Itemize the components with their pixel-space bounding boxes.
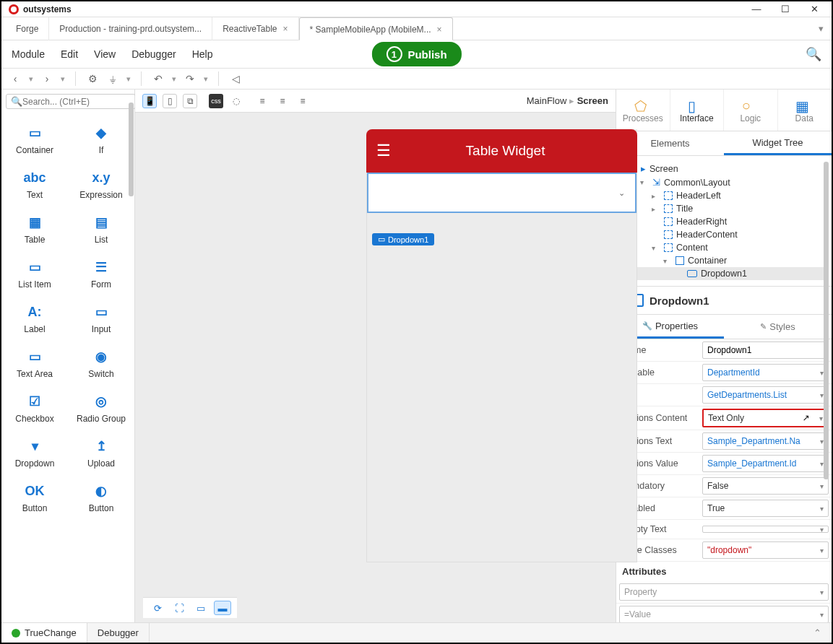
prop-select[interactable]: GetDepartments.List bbox=[702, 386, 829, 404]
maximize-button[interactable]: ☐ bbox=[771, 1, 800, 17]
toolbox-list-item[interactable]: ▭List Item bbox=[1, 252, 68, 297]
close-icon[interactable]: × bbox=[437, 25, 442, 35]
prop-select[interactable]: True bbox=[702, 500, 829, 517]
prop-select[interactable]: Text Only↖ bbox=[702, 409, 829, 427]
prop-select[interactable] bbox=[702, 526, 829, 533]
view-mode-1[interactable]: ⟳ bbox=[149, 601, 166, 615]
device-tablet-button[interactable]: ▯ bbox=[163, 94, 177, 108]
menu-debugger[interactable]: Debugger bbox=[131, 48, 176, 60]
close-icon[interactable]: × bbox=[283, 24, 288, 34]
publish-button[interactable]: 1 Publish bbox=[371, 42, 461, 66]
toolbox-label[interactable]: A:Label bbox=[1, 297, 68, 341]
toolbox-switch[interactable]: ◉Switch bbox=[68, 341, 134, 386]
wrench-icon: 🔧 bbox=[642, 321, 652, 331]
toolbox-form[interactable]: ☰Form bbox=[68, 252, 134, 297]
menu-help[interactable]: Help bbox=[192, 48, 213, 60]
menu-view[interactable]: View bbox=[94, 48, 116, 60]
feedback-icon[interactable]: ◁ bbox=[229, 72, 242, 85]
file-tab[interactable]: Forge bbox=[6, 17, 49, 40]
nav-back-button[interactable]: ‹ bbox=[9, 72, 22, 85]
toolbox-input[interactable]: ▭Input bbox=[68, 297, 134, 341]
right-scrollbar[interactable] bbox=[824, 162, 829, 479]
close-button[interactable]: ✕ bbox=[800, 1, 829, 17]
expand-icon[interactable]: ▸ bbox=[652, 192, 660, 200]
prop-select[interactable]: DepartmentId bbox=[702, 364, 829, 381]
app-tab-interface[interactable]: ▯Interface bbox=[670, 90, 725, 131]
sub-tab-widget-tree[interactable]: Widget Tree bbox=[724, 131, 832, 155]
minimize-button[interactable]: — bbox=[742, 1, 771, 17]
toolbox-checkbox[interactable]: ☑Checkbox bbox=[1, 386, 68, 431]
toolbox-expression[interactable]: x.yExpression bbox=[68, 162, 134, 207]
tree-node[interactable]: ▸HeaderLeft bbox=[619, 189, 829, 202]
expand-icon[interactable]: ▾ bbox=[663, 257, 672, 265]
align-right-icon[interactable]: ≡ bbox=[295, 94, 310, 108]
redo-button[interactable]: ↷ bbox=[184, 72, 197, 85]
app-tab-data[interactable]: ▦Data bbox=[778, 90, 832, 131]
file-tab[interactable]: Production - training-prd.outsystem... bbox=[49, 17, 212, 40]
app-tab-processes[interactable]: ⬠Processes bbox=[616, 90, 670, 131]
global-search-icon[interactable]: 🔍 bbox=[806, 46, 821, 62]
tree-node[interactable]: ▾⇲Common\Layout bbox=[619, 175, 829, 189]
tree-node[interactable]: HeaderContent bbox=[619, 228, 829, 241]
view-mode-3[interactable]: ▭ bbox=[192, 601, 210, 615]
tree-node[interactable]: ▸Screen bbox=[619, 162, 829, 175]
menu-edit[interactable]: Edit bbox=[61, 48, 78, 60]
view-mode-4[interactable]: ▬ bbox=[214, 601, 231, 615]
tree-node[interactable]: Dropdown1 bbox=[619, 267, 829, 280]
toolbox-button[interactable]: ◐Button bbox=[68, 476, 134, 521]
prop-select[interactable]: Sample_Department.Na bbox=[702, 432, 829, 450]
toolbox-dropdown[interactable]: ▾Dropdown bbox=[1, 431, 68, 476]
align-center-icon[interactable]: ≡ bbox=[275, 94, 290, 108]
prop-select[interactable]: False bbox=[702, 477, 829, 495]
attr-select[interactable]: Property bbox=[619, 583, 829, 601]
canvas-breadcrumb[interactable]: MainFlow ▸ Screen bbox=[527, 95, 608, 106]
theme-icon[interactable]: ◌ bbox=[229, 94, 243, 108]
tree-node[interactable]: ▸Title bbox=[619, 202, 829, 215]
prop-row-empty-text: Empty Text bbox=[616, 520, 832, 539]
toolbox-list[interactable]: ▤List bbox=[68, 207, 134, 252]
toolbox-scrollbar[interactable] bbox=[129, 103, 134, 196]
ph-icon bbox=[664, 204, 673, 213]
attr-select[interactable]: = Value bbox=[619, 606, 829, 622]
tree-node[interactable]: ▾Content bbox=[619, 241, 829, 254]
app-tab-logic[interactable]: ○Logic bbox=[724, 90, 778, 131]
toolbox-table[interactable]: ▦Table bbox=[1, 207, 68, 252]
tree-node[interactable]: ▾Container bbox=[619, 254, 829, 267]
plug-icon[interactable]: ⏚ bbox=[106, 72, 119, 85]
toolbox-search-input[interactable] bbox=[22, 97, 131, 107]
dropdown-widget[interactable]: ⌄ bbox=[367, 173, 636, 213]
toolbox-text[interactable]: abcText bbox=[1, 162, 68, 207]
statusbar-expand-button[interactable]: ⌃ bbox=[813, 627, 821, 638]
tree-node[interactable]: HeaderRight bbox=[619, 215, 829, 228]
prop-input[interactable] bbox=[702, 341, 829, 359]
toolbox-upload[interactable]: ↥Upload bbox=[68, 431, 134, 476]
toolbox-container[interactable]: ▭Container bbox=[1, 118, 68, 162]
nav-forward-button[interactable]: › bbox=[40, 72, 53, 85]
prop-select[interactable]: "dropdown" bbox=[702, 541, 829, 559]
prop-tab-styles[interactable]: ✎Styles bbox=[724, 315, 832, 339]
toolbox-button[interactable]: OKButton bbox=[1, 476, 68, 521]
settings-icon[interactable]: ⚙ bbox=[86, 72, 99, 85]
truechange-tab[interactable]: TrueChange bbox=[1, 623, 87, 643]
view-mode-2[interactable]: ⛶ bbox=[171, 601, 188, 615]
debugger-tab[interactable]: Debugger bbox=[87, 623, 150, 643]
align-left-icon[interactable]: ≡ bbox=[255, 94, 269, 108]
menu-module[interactable]: Module bbox=[12, 48, 45, 60]
toolbox-search[interactable]: 🔍 bbox=[6, 94, 136, 109]
file-tab[interactable]: * SampleMobileApp (MobileM...× bbox=[299, 17, 453, 40]
undo-button[interactable]: ↶ bbox=[152, 72, 165, 85]
expand-icon[interactable]: ▾ bbox=[640, 178, 649, 186]
tabs-overflow-button[interactable]: ▾ bbox=[810, 23, 832, 34]
css-button[interactable]: css bbox=[209, 94, 223, 108]
device-wide-button[interactable]: ⧉ bbox=[183, 94, 197, 108]
hamburger-icon[interactable]: ☰ bbox=[376, 142, 391, 160]
selection-tag[interactable]: ▭ Dropdown1 bbox=[372, 233, 434, 245]
toolbox-if[interactable]: ◆If bbox=[68, 118, 134, 162]
expand-icon[interactable]: ▸ bbox=[652, 205, 660, 213]
toolbox-text-area[interactable]: ▭Text Area bbox=[1, 341, 68, 386]
file-tab[interactable]: ReactiveTable× bbox=[212, 17, 298, 40]
toolbox-radio-group[interactable]: ◎Radio Group bbox=[68, 386, 134, 431]
prop-select[interactable]: Sample_Department.Id bbox=[702, 455, 829, 472]
device-phone-button[interactable]: 📱 bbox=[142, 94, 157, 108]
expand-icon[interactable]: ▾ bbox=[652, 244, 660, 252]
